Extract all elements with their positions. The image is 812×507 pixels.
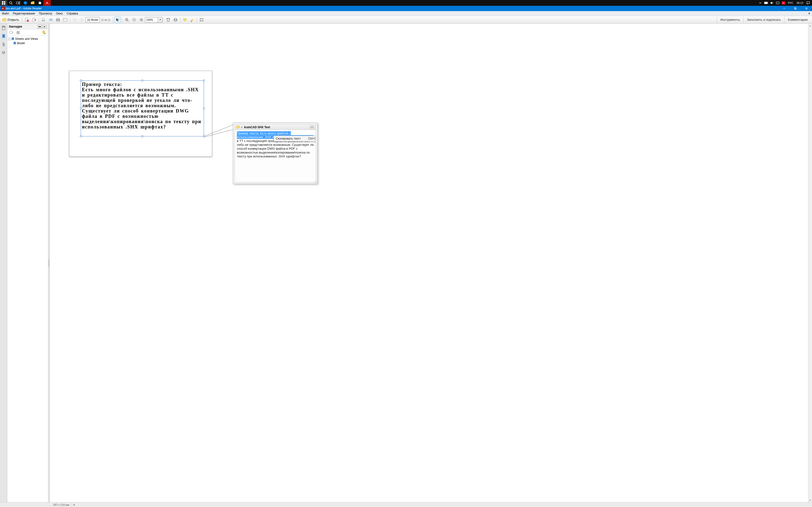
tree-row-sheets-and-views[interactable]: − Sheets and Views [8, 37, 48, 41]
sticky-note-icon[interactable] [182, 17, 188, 23]
page-count-label: (1 из 1) [100, 18, 112, 21]
bookmarks-panel: Закладки ◂◂ ▸ − Sheets and Views Model [7, 24, 48, 502]
statusbar-prev-icon[interactable]: ◂ [72, 502, 76, 507]
taskview-icon[interactable] [14, 0, 22, 6]
tray-volume-icon[interactable] [769, 0, 775, 6]
menu-help[interactable]: Справка [65, 11, 80, 16]
attachments-icon[interactable] [1, 42, 6, 47]
vertical-scrollbar[interactable]: ▴ ▾ [808, 24, 812, 502]
bookmark-item-icon [13, 42, 16, 45]
thumbnails-icon[interactable] [1, 25, 6, 31]
prev-page-icon[interactable] [71, 17, 78, 23]
svg-rect-3 [4, 3, 5, 5]
tray-avira-icon[interactable] [780, 0, 786, 6]
highlight-icon[interactable] [189, 17, 196, 23]
new-bookmark-icon[interactable] [41, 30, 47, 35]
file-explorer-icon[interactable] [29, 0, 36, 6]
popup-resize-grip[interactable] [314, 180, 317, 183]
find-bookmark-icon[interactable] [15, 30, 21, 35]
select-tool-icon[interactable] [114, 17, 121, 23]
svg-rect-28 [57, 18, 59, 19]
resize-handle[interactable] [80, 108, 82, 109]
clock[interactable]: 00:12 [795, 1, 805, 4]
tools-panel-button[interactable]: Инструменты [717, 16, 743, 24]
svg-rect-15 [776, 2, 779, 4]
svg-marker-34 [116, 18, 118, 21]
expand-toggle-icon[interactable]: − [8, 38, 11, 40]
resize-handle[interactable] [142, 135, 143, 137]
svg-rect-27 [42, 18, 45, 21]
menubar: Файл Редактирование Просмотр Окно Справк… [0, 11, 812, 16]
search-icon[interactable] [7, 0, 14, 6]
svg-rect-0 [2, 1, 3, 3]
svg-marker-49 [191, 19, 193, 21]
email-icon[interactable] [62, 17, 69, 23]
page-number-field[interactable]: [1] Model [86, 17, 100, 22]
fill-sign-panel-button[interactable]: Заполнить и подписать [743, 16, 784, 24]
print-icon[interactable] [55, 17, 61, 23]
bookmarks-title: Закладки [9, 25, 22, 28]
popup-minimize-icon[interactable] [310, 125, 314, 129]
maximize-button[interactable] [790, 6, 801, 11]
minimize-button[interactable] [779, 6, 790, 11]
store-icon[interactable] [36, 0, 44, 6]
fit-page-icon[interactable] [165, 17, 171, 23]
popup-body[interactable]: Пример текста: Есть много файлов с испол… [235, 130, 316, 182]
svg-rect-18 [807, 2, 810, 4]
start-button[interactable] [0, 0, 7, 6]
bookmarks-collapse-right-icon[interactable]: ▸ [42, 24, 47, 29]
action-center-icon[interactable] [805, 0, 811, 6]
folder-icon [2, 18, 6, 22]
tray-chevron-icon[interactable] [757, 0, 763, 6]
menu-edit[interactable]: Редактирование [11, 11, 37, 16]
bookmark-item-icon [12, 38, 14, 40]
resize-handle[interactable] [142, 80, 143, 81]
scroll-down-icon[interactable]: ▾ [808, 498, 812, 502]
adobe-reader-taskbar-icon[interactable] [44, 0, 51, 6]
open-button[interactable]: Открыть [1, 17, 21, 23]
resize-handle[interactable] [80, 80, 82, 81]
resize-handle[interactable] [80, 135, 82, 137]
create-pdf-icon[interactable] [23, 17, 30, 23]
context-menu-copy-label: Скопировать текст [276, 137, 301, 140]
bookmarks-icon[interactable] [1, 33, 6, 39]
zoom-value-field[interactable]: 150% [145, 17, 158, 22]
sign-icon[interactable] [40, 17, 47, 23]
menu-window[interactable]: Окно [54, 11, 65, 16]
save-cloud-icon[interactable] [47, 17, 54, 23]
read-mode-icon[interactable] [198, 17, 205, 23]
export-pdf-icon[interactable] [31, 17, 38, 23]
svg-rect-13 [765, 2, 767, 4]
language-indicator[interactable]: РУС [786, 1, 795, 4]
zoom-in-icon[interactable] [138, 17, 145, 23]
resize-handle[interactable] [203, 80, 205, 81]
menu-view[interactable]: Просмотр [37, 11, 54, 16]
close-button[interactable] [801, 6, 812, 11]
close-document-button[interactable]: × [806, 12, 812, 15]
zoom-out-icon[interactable] [131, 17, 138, 23]
layers-icon[interactable] [1, 50, 6, 56]
context-menu-copy[interactable]: Скопировать текст Ctrl+C [274, 136, 316, 141]
next-page-icon[interactable] [79, 17, 85, 23]
tray-battery-icon[interactable] [763, 0, 769, 6]
popup-header[interactable]: ▾ AutoCAD SHX Text [235, 125, 316, 130]
resize-handle[interactable] [203, 108, 205, 109]
window-title: tes-wint.pdf - Adobe Reader [6, 7, 42, 10]
menu-file[interactable]: Файл [0, 11, 11, 16]
bookmarks-collapse-left-icon[interactable]: ◂◂ [38, 24, 42, 29]
comment-popup[interactable]: ▾ AutoCAD SHX Text Пример текста: Есть м… [233, 123, 317, 184]
bookmarks-tree: − Sheets and Views Model [7, 36, 48, 502]
tray-network-icon[interactable] [775, 0, 780, 6]
zoom-marquee-icon[interactable] [123, 17, 130, 23]
fit-width-icon[interactable] [172, 17, 179, 23]
svg-rect-8 [19, 3, 20, 4]
document-canvas[interactable]: Пример текста: Есть много файлов с испол… [50, 24, 812, 502]
bookmark-options-icon[interactable] [9, 30, 14, 35]
scroll-up-icon[interactable]: ▴ [808, 24, 812, 27]
edge-browser-icon[interactable] [22, 0, 29, 6]
tree-row-model[interactable]: Model [8, 41, 48, 45]
zoom-dropdown-icon[interactable] [158, 17, 162, 22]
selected-annotation[interactable]: Пример текста: Есть много файлов с испол… [81, 80, 204, 136]
resize-handle[interactable] [203, 135, 205, 137]
comments-panel-button[interactable]: Комментарии [784, 16, 811, 24]
